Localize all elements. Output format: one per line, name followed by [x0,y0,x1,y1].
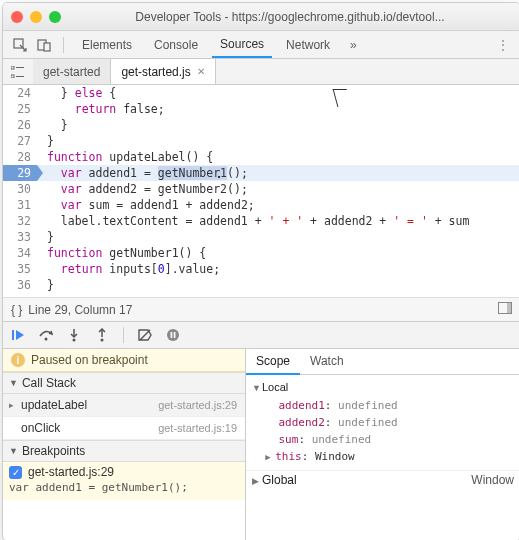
line-number[interactable]: 24 [3,85,37,101]
tab-sources[interactable]: Sources [212,32,272,58]
scope-variable[interactable]: sum: undefined [252,431,514,448]
paused-text: Paused on breakpoint [31,353,148,367]
scope-global-header[interactable]: ▶Global Window [246,470,519,489]
scope-global-value: Window [471,473,514,487]
svg-point-16 [167,329,179,341]
triangle-right-icon: ▶ [265,449,275,466]
svg-point-10 [45,338,48,341]
call-stack-title: Call Stack [22,376,76,390]
navigator-toggle-icon[interactable] [3,59,33,84]
call-stack-header[interactable]: ▼ Call Stack [3,372,245,394]
deactivate-breakpoints-icon[interactable] [136,326,154,344]
file-tabs: get-started get-started.js ✕ [3,59,519,85]
triangle-down-icon: ▼ [9,446,18,456]
frame-location: get-started.js:29 [158,399,237,411]
svg-rect-17 [171,332,173,338]
scope-this[interactable]: ▶this: Window [252,448,514,466]
debugger-toolbar [3,321,519,349]
maximize-window-button[interactable] [49,11,61,23]
device-toolbar-icon[interactable] [35,36,53,54]
close-icon[interactable]: ✕ [197,66,205,77]
scope-local-header[interactable]: ▼Local [252,379,514,397]
menu-icon[interactable]: ⋮ [494,38,512,52]
svg-rect-18 [174,332,176,338]
debugger-panels: i Paused on breakpoint ▼ Call Stack upda… [3,349,519,540]
minimize-window-button[interactable] [30,11,42,23]
line-number[interactable]: 28 [3,149,37,165]
scope-variable[interactable]: addend1: undefined [252,397,514,414]
tab-watch[interactable]: Watch [300,349,354,374]
step-into-icon[interactable] [65,326,83,344]
line-number[interactable]: 35 [3,261,37,277]
triangle-down-icon: ▼ [9,378,18,388]
line-number[interactable]: 30 [3,181,37,197]
breakpoint-checkbox[interactable]: ✓ [9,466,22,479]
svg-point-14 [101,339,104,342]
breakpoint-code: var addend1 = getNumber1(); [9,481,239,494]
more-tabs-icon[interactable]: » [344,38,363,52]
file-tab-get-started-js[interactable]: get-started.js ✕ [111,59,215,84]
scope-body: ▼Local addend1: undefined addend2: undef… [246,375,519,470]
frame-function: updateLabel [21,398,87,412]
line-number[interactable]: 33 [3,229,37,245]
tab-scope[interactable]: Scope [246,349,300,375]
call-stack-frame[interactable]: updateLabel get-started.js:29 [3,394,245,417]
breakpoints-header[interactable]: ▼ Breakpoints [3,440,245,462]
left-debug-panel: i Paused on breakpoint ▼ Call Stack upda… [3,349,246,540]
main-toolbar: Elements Console Sources Network » ⋮ [3,31,519,59]
code-editor[interactable]: 24 } else { 25 return false; 26 } 27} 28… [3,85,519,297]
paused-banner: i Paused on breakpoint [3,349,245,372]
titlebar: Developer Tools - https://googlechrome.g… [3,3,519,31]
triangle-down-icon: ▼ [252,380,262,397]
file-tab-get-started[interactable]: get-started [33,59,111,84]
sidebar-toggle-icon[interactable] [498,302,512,317]
tab-elements[interactable]: Elements [74,33,140,57]
svg-rect-3 [11,66,14,69]
file-tab-label: get-started.js [121,65,190,79]
line-number-current[interactable]: 29 [3,165,37,181]
window-title: Developer Tools - https://googlechrome.g… [68,10,512,24]
svg-rect-4 [11,75,14,78]
svg-point-12 [73,339,76,342]
cursor-position: Line 29, Column 17 [28,303,132,317]
frame-function: onClick [21,421,60,435]
svg-rect-2 [44,43,50,51]
close-window-button[interactable] [11,11,23,23]
svg-rect-8 [507,303,512,314]
editor-status-bar: { } Line 29, Column 17 [3,297,519,321]
line-number[interactable]: 25 [3,101,37,117]
file-tab-label: get-started [43,65,100,79]
right-tabs: Scope Watch [246,349,519,375]
line-number[interactable]: 34 [3,245,37,261]
right-debug-panel: Scope Watch ▼Local addend1: undefined ad… [246,349,519,540]
line-number[interactable]: 27 [3,133,37,149]
devtools-window: Developer Tools - https://googlechrome.g… [2,2,519,540]
breakpoint-item[interactable]: ✓ get-started.js:29 var addend1 = getNum… [3,462,245,500]
info-icon: i [11,353,25,367]
triangle-right-icon: ▶ [252,476,262,486]
tab-network[interactable]: Network [278,33,338,57]
line-number[interactable]: 26 [3,117,37,133]
step-out-icon[interactable] [93,326,111,344]
scope-variable[interactable]: addend2: undefined [252,414,514,431]
pretty-print-icon[interactable]: { } [11,303,22,317]
inspect-element-icon[interactable] [11,36,29,54]
line-number[interactable]: 36 [3,277,37,293]
step-over-icon[interactable] [37,326,55,344]
tab-console[interactable]: Console [146,33,206,57]
frame-location: get-started.js:19 [158,422,237,434]
line-number[interactable]: 32 [3,213,37,229]
pause-on-exceptions-icon[interactable] [164,326,182,344]
breakpoint-label: get-started.js:29 [28,465,114,479]
call-stack-frame[interactable]: onClick get-started.js:19 [3,417,245,440]
breakpoints-title: Breakpoints [22,444,85,458]
resume-icon[interactable] [9,326,27,344]
svg-rect-9 [12,330,14,340]
line-number[interactable]: 31 [3,197,37,213]
